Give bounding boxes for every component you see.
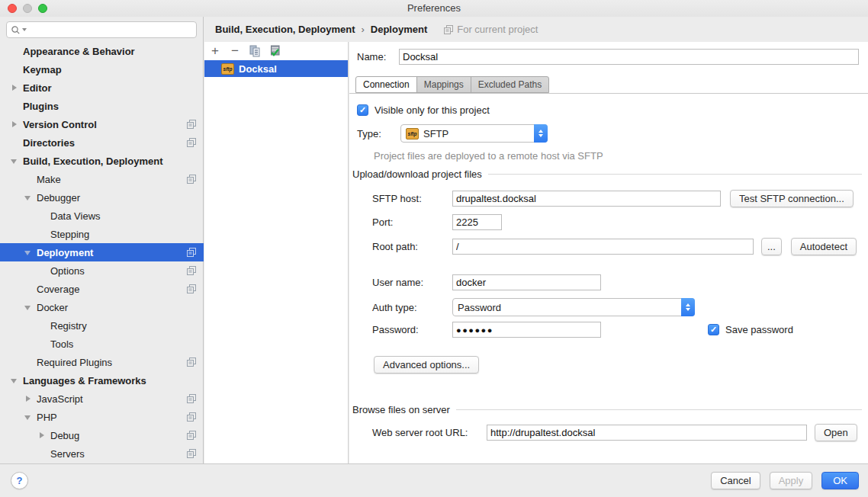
open-url-button[interactable]: Open — [815, 424, 857, 441]
remove-icon[interactable]: − — [229, 45, 241, 57]
sidebar-item-editor[interactable]: Editor — [0, 79, 204, 97]
scope-label: For current project — [457, 24, 538, 35]
type-label: Type: — [357, 128, 400, 139]
web-root-field[interactable] — [487, 425, 807, 441]
tree-indent-spacer — [37, 316, 49, 335]
breadcrumb-current: Deployment — [371, 24, 427, 35]
password-field[interactable] — [452, 322, 601, 338]
sidebar-item-tools[interactable]: Tools — [0, 335, 204, 353]
tree-indent-spacer — [37, 261, 49, 280]
sidebar-item-directories[interactable]: Directories — [0, 133, 204, 152]
sidebar-item-languages-frameworks[interactable]: Languages & Frameworks — [0, 371, 204, 390]
autodetect-button[interactable]: Autodetect — [791, 238, 857, 255]
sidebar-item-plugins[interactable]: Plugins — [0, 97, 204, 115]
apply-button[interactable]: Apply — [770, 472, 813, 489]
tree-indent-spacer — [37, 225, 49, 243]
add-icon[interactable]: + — [209, 45, 221, 57]
sidebar-item-servers[interactable]: Servers — [0, 444, 204, 463]
cancel-button[interactable]: Cancel — [711, 472, 760, 489]
settings-sidebar: Appearance & BehaviorKeymapEditorPlugins… — [0, 17, 204, 463]
sidebar-item-build-execution-deployment[interactable]: Build, Execution, Deployment — [0, 152, 204, 170]
user-name-field[interactable] — [452, 274, 601, 290]
sidebar-item-required-plugins[interactable]: Required Plugins — [0, 353, 204, 371]
sidebar-item-label: JavaScript — [37, 393, 83, 405]
sidebar-item-label: Data Views — [50, 210, 101, 222]
tab-mappings[interactable]: Mappings — [416, 76, 471, 93]
port-field[interactable] — [452, 214, 502, 230]
help-button[interactable]: ? — [11, 472, 28, 489]
upload-section-header: Upload/download project files — [352, 168, 862, 180]
sidebar-item-debugger[interactable]: Debugger — [0, 188, 204, 207]
tree-indent-spacer — [23, 353, 35, 371]
sidebar-item-make[interactable]: Make — [0, 170, 204, 188]
per-project-icon — [187, 266, 196, 275]
sidebar-item-coverage[interactable]: Coverage — [0, 280, 204, 298]
name-field[interactable] — [399, 49, 859, 65]
sidebar-item-label: Editor — [23, 82, 52, 94]
sidebar-item-version-control[interactable]: Version Control — [0, 115, 204, 133]
chevron-right-icon[interactable] — [37, 426, 49, 444]
sidebar-item-docker[interactable]: Docker — [0, 298, 204, 316]
sidebar-item-keymap[interactable]: Keymap — [0, 60, 204, 79]
sidebar-item-label: Languages & Frameworks — [23, 375, 146, 386]
per-project-icon — [187, 138, 196, 147]
sidebar-item-debug[interactable]: Debug — [0, 426, 204, 444]
sftp-icon: sftp — [221, 63, 234, 75]
sidebar-item-label: Debug — [50, 430, 79, 441]
tab-excluded-paths[interactable]: Excluded Paths — [471, 76, 549, 93]
test-sftp-connection-button[interactable]: Test SFTP connection... — [730, 190, 854, 207]
sidebar-item-registry[interactable]: Registry — [0, 316, 204, 335]
dialog-footer: ? Cancel Apply OK — [0, 463, 868, 497]
sidebar-item-data-views[interactable]: Data Views — [0, 207, 204, 225]
visible-only-checkbox[interactable] — [357, 104, 368, 116]
tab-bar: ConnectionMappingsExcluded Paths — [355, 76, 549, 93]
tab-connection[interactable]: Connection — [355, 76, 417, 93]
sidebar-item-javascript[interactable]: JavaScript — [0, 390, 204, 408]
sidebar-item-label: Directories — [23, 137, 75, 149]
set-default-icon[interactable] — [268, 45, 281, 57]
sidebar-item-options[interactable]: Options — [0, 261, 204, 280]
type-dropdown[interactable]: sftp SFTP — [400, 124, 548, 143]
name-label: Name: — [357, 51, 399, 63]
server-list-item-docksal[interactable]: sftpDocksal — [204, 60, 348, 77]
auth-type-dropdown[interactable]: Password — [452, 298, 695, 316]
sidebar-item-label: Stepping — [50, 229, 89, 240]
advanced-options-button[interactable]: Advanced options... — [374, 356, 479, 374]
root-path-field[interactable] — [452, 239, 754, 255]
chevron-down-icon[interactable] — [9, 152, 21, 170]
tree-indent-spacer — [23, 170, 35, 188]
server-name-label: Docksal — [239, 63, 277, 75]
chevron-down-icon[interactable] — [23, 243, 35, 261]
sftp-host-field[interactable] — [452, 191, 721, 207]
per-project-icon — [444, 25, 453, 34]
browse-section-header: Browse files on server — [352, 404, 862, 415]
chevron-right-icon[interactable] — [9, 115, 21, 133]
web-root-label: Web server root URL: — [372, 427, 487, 438]
footer-buttons: Cancel Apply OK — [711, 472, 859, 489]
tree-indent-spacer — [37, 444, 49, 463]
browse-root-path-button[interactable]: ... — [761, 238, 782, 255]
copy-icon[interactable] — [249, 45, 261, 57]
dropdown-stepper-icon[interactable] — [681, 298, 695, 316]
breadcrumb-parent[interactable]: Build, Execution, Deployment — [215, 24, 355, 35]
chevron-down-icon[interactable] — [23, 298, 35, 316]
dropdown-stepper-icon[interactable] — [534, 124, 548, 143]
search-options-caret-icon[interactable] — [22, 28, 27, 31]
visible-only-label: Visible only for this project — [375, 104, 490, 116]
chevron-down-icon[interactable] — [23, 408, 35, 426]
sidebar-item-php[interactable]: PHP — [0, 408, 204, 426]
sidebar-item-appearance-behavior[interactable]: Appearance & Behavior — [0, 42, 204, 60]
auth-type-value: Password — [458, 302, 501, 313]
ok-button[interactable]: OK — [821, 472, 859, 489]
chevron-right-icon[interactable] — [23, 390, 35, 408]
chevron-down-icon[interactable] — [23, 188, 35, 207]
per-project-icon — [187, 120, 196, 129]
upload-section-label: Upload/download project files — [352, 168, 482, 180]
save-password-checkbox[interactable] — [708, 324, 719, 335]
chevron-right-icon[interactable] — [9, 79, 21, 97]
chevron-down-icon[interactable] — [9, 371, 21, 390]
sidebar-item-stepping[interactable]: Stepping — [0, 225, 204, 243]
search-input[interactable] — [6, 21, 197, 38]
preferences-window: Preferences Appearance & BehaviorKeymapE… — [0, 0, 868, 497]
sidebar-item-deployment[interactable]: Deployment — [0, 243, 204, 261]
